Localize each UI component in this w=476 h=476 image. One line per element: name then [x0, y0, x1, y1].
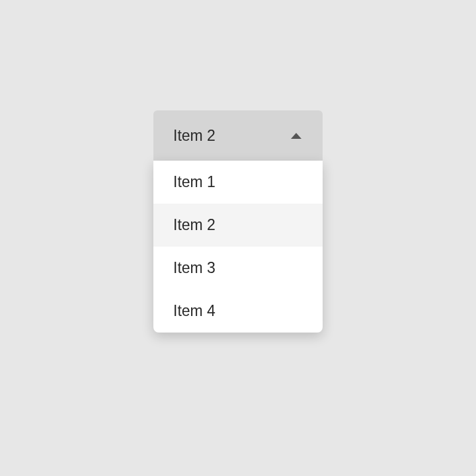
dropdown-option-3[interactable]: Item 3: [153, 247, 323, 290]
dropdown-option-label: Item 4: [173, 302, 216, 320]
dropdown-option-label: Item 2: [173, 216, 216, 234]
dropdown-trigger[interactable]: Item 2: [153, 110, 323, 161]
dropdown-selected-label: Item 2: [173, 127, 216, 145]
dropdown-option-label: Item 3: [173, 259, 216, 277]
dropdown-option-label: Item 1: [173, 173, 216, 191]
dropdown-option-2[interactable]: Item 2: [153, 204, 323, 247]
dropdown: Item 2 Item 1 Item 2 Item 3 Item 4: [153, 110, 323, 333]
dropdown-option-4[interactable]: Item 4: [153, 290, 323, 333]
chevron-up-icon: [291, 133, 301, 139]
dropdown-option-1[interactable]: Item 1: [153, 161, 323, 204]
dropdown-menu: Item 1 Item 2 Item 3 Item 4: [153, 161, 323, 333]
